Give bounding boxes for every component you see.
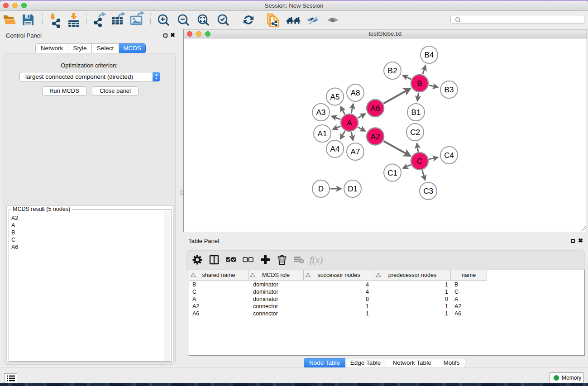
svg-text:A: A xyxy=(347,119,352,127)
svg-text:B: B xyxy=(417,79,422,88)
svg-text:B1: B1 xyxy=(411,108,421,117)
svg-text:D1: D1 xyxy=(348,185,358,193)
svg-text:A7: A7 xyxy=(351,148,360,156)
svg-text:B2: B2 xyxy=(388,67,397,75)
svg-text:B4: B4 xyxy=(425,51,434,59)
svg-text:A3: A3 xyxy=(316,108,326,117)
svg-text:C1: C1 xyxy=(387,169,397,177)
svg-text:A1: A1 xyxy=(318,129,327,138)
svg-text:C4: C4 xyxy=(444,151,454,160)
svg-text:D: D xyxy=(318,185,324,193)
svg-text:A2: A2 xyxy=(371,133,380,141)
svg-text:C3: C3 xyxy=(423,187,433,195)
svg-text:C2: C2 xyxy=(410,128,420,137)
svg-text:A5: A5 xyxy=(330,93,340,101)
svg-text:A4: A4 xyxy=(330,145,340,153)
svg-text:C: C xyxy=(417,157,422,166)
svg-text:A8: A8 xyxy=(351,89,360,97)
svg-text:A6: A6 xyxy=(371,104,380,113)
svg-text:B3: B3 xyxy=(445,86,454,94)
svg-text:f(x): f(x) xyxy=(310,254,323,265)
